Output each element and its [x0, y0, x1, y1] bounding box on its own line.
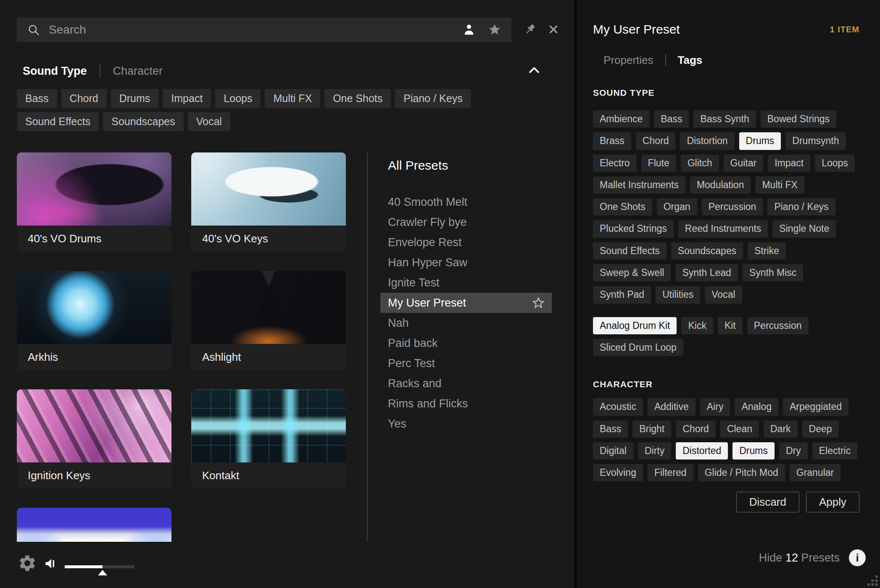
tag-button[interactable]: Airy [700, 398, 730, 415]
product-tile[interactable]: Ignition Keys [17, 389, 171, 489]
discard-button[interactable]: Discard [736, 492, 799, 512]
user-content-filter-button[interactable] [462, 22, 476, 38]
subtag-button[interactable]: Kick [681, 317, 713, 334]
filter-chip[interactable]: One Shots [324, 89, 391, 108]
product-tile[interactable]: 40's VO Keys [191, 152, 346, 252]
filter-chip[interactable]: Vocal [188, 112, 230, 131]
tag-button[interactable]: Multi FX [755, 176, 804, 194]
tag-button[interactable]: Synth Misc [743, 264, 803, 281]
favorite-outline-icon[interactable] [532, 296, 545, 310]
settings-button[interactable] [18, 554, 37, 574]
tag-button[interactable]: Modulation [690, 176, 751, 194]
preset-row[interactable]: Han Hyper Saw [380, 252, 552, 273]
tag-button[interactable]: Bright [632, 420, 671, 438]
tag-button[interactable]: Ambience [593, 110, 649, 128]
tab-character[interactable]: Character [113, 65, 163, 78]
search-bar[interactable] [17, 18, 511, 42]
preset-row[interactable]: Perc Test [380, 353, 552, 373]
filter-chip[interactable]: Piano / Keys [395, 89, 471, 108]
tag-button[interactable]: Distorted [676, 442, 728, 459]
subtag-button[interactable]: Percussion [747, 317, 809, 334]
close-browser-button[interactable] [548, 24, 559, 37]
tag-button[interactable]: Piano / Keys [767, 198, 835, 215]
tag-button[interactable]: Sweep & Swell [593, 264, 671, 281]
tag-button[interactable]: Percussion [702, 198, 763, 215]
preset-row[interactable]: Nah [380, 313, 552, 333]
tag-button[interactable]: Acoustic [593, 398, 643, 415]
tag-button[interactable]: Arpeggiated [783, 398, 848, 415]
tag-button[interactable]: Analog [735, 398, 778, 415]
tag-button[interactable]: Evolving [593, 464, 643, 481]
filter-chip[interactable]: Bass [17, 89, 57, 108]
product-tile[interactable]: Arkhis [17, 271, 171, 370]
tag-button[interactable]: Vocal [705, 286, 742, 303]
tag-button[interactable]: Sound Effects [593, 242, 667, 260]
tag-button[interactable]: Mallet Instruments [593, 176, 685, 194]
tag-button[interactable]: Guitar [724, 155, 764, 172]
favorites-filter-button[interactable] [488, 23, 501, 37]
volume-slider-handle[interactable] [98, 570, 107, 575]
tag-button[interactable]: Utilities [656, 286, 700, 303]
tag-button[interactable]: Dark [764, 420, 798, 438]
preset-row[interactable]: My User Preset [380, 293, 552, 313]
preset-row[interactable]: Crawler Fly bye [380, 212, 552, 232]
tag-button[interactable]: Electric [812, 442, 857, 459]
tag-button[interactable]: Bass [593, 420, 628, 438]
tag-button[interactable]: Glide / Pitch Mod [698, 464, 785, 481]
preset-row[interactable]: Racks and [380, 373, 552, 394]
tag-button[interactable]: Chord [636, 132, 676, 150]
product-tile[interactable] [17, 508, 171, 542]
product-tile[interactable]: Ashlight [191, 271, 346, 370]
filter-chip[interactable]: Multi FX [265, 89, 320, 108]
tag-button[interactable]: Clean [720, 420, 759, 438]
tab-properties[interactable]: Properties [603, 54, 653, 67]
tag-button[interactable]: Impact [768, 155, 810, 172]
preset-row[interactable]: 40 Smooth Melt [380, 192, 552, 212]
preset-row[interactable]: Ignite Test [380, 273, 552, 293]
tab-tags[interactable]: Tags [678, 54, 703, 67]
preset-row[interactable]: Rims and Flicks [380, 394, 552, 414]
tag-button[interactable]: Strike [748, 242, 786, 260]
subtag-button[interactable]: Kit [718, 317, 743, 334]
tab-sound-type[interactable]: Sound Type [23, 65, 87, 78]
window-resize-grip[interactable] [867, 575, 878, 586]
product-tile[interactable]: Kontakt [191, 389, 346, 489]
preset-row[interactable]: Paid back [380, 333, 552, 353]
tag-button[interactable]: Single Note [772, 220, 836, 237]
search-input[interactable] [48, 23, 450, 37]
tag-button[interactable]: Electro [593, 155, 637, 172]
collapse-filters-button[interactable] [527, 63, 542, 79]
tag-button[interactable]: Loops [815, 155, 855, 172]
volume-mute-button[interactable] [44, 556, 59, 572]
tag-button[interactable]: Chord [676, 420, 716, 438]
filter-chip[interactable]: Impact [163, 89, 211, 108]
tag-button[interactable]: Drumsynth [785, 132, 846, 150]
tag-button[interactable]: Distortion [680, 132, 734, 150]
info-button[interactable]: i [849, 549, 866, 566]
product-tile[interactable]: 40's VO Drums [17, 152, 171, 252]
volume-slider[interactable] [65, 565, 134, 568]
tag-button[interactable]: Brass [593, 132, 631, 150]
tag-button[interactable]: Soundscapes [671, 242, 743, 260]
tag-button[interactable]: Glitch [681, 155, 719, 172]
tag-button[interactable]: Synth Pad [593, 286, 651, 303]
tag-button[interactable]: Synth Lead [675, 264, 738, 281]
preset-row[interactable]: Envelope Rest [380, 232, 552, 252]
subtag-button[interactable]: Sliced Drum Loop [593, 339, 683, 356]
tag-button[interactable]: Flute [641, 155, 676, 172]
filter-chip[interactable]: Drums [111, 89, 159, 108]
tag-button[interactable]: Reed Instruments [678, 220, 768, 237]
tag-button[interactable]: Bowed Strings [761, 110, 836, 128]
apply-button[interactable]: Apply [806, 492, 859, 512]
tag-button[interactable]: Organ [657, 198, 697, 215]
tag-button[interactable]: Digital [593, 442, 633, 459]
filter-chip[interactable]: Sound Effects [17, 112, 99, 131]
tag-button[interactable]: Granular [790, 464, 840, 481]
tag-button[interactable]: Bass Synth [693, 110, 756, 128]
tag-button[interactable]: Dirty [638, 442, 671, 459]
tag-button[interactable]: Drums [739, 132, 781, 150]
tag-button[interactable]: Dry [779, 442, 808, 459]
filter-chip[interactable]: Chord [61, 89, 107, 108]
tag-button[interactable]: Deep [802, 420, 839, 438]
subtag-button[interactable]: Analog Drum Kit [593, 317, 677, 334]
